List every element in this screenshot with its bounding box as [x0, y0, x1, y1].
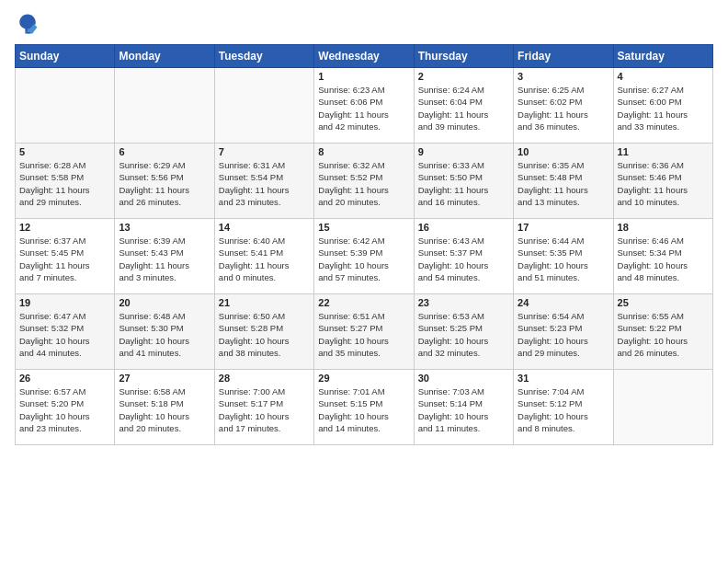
calendar-header-saturday: Saturday	[613, 45, 712, 68]
day-info: Sunrise: 6:23 AMSunset: 6:06 PMDaylight:…	[318, 84, 409, 132]
calendar-cell	[115, 68, 214, 144]
day-info: Sunrise: 6:51 AMSunset: 5:27 PMDaylight:…	[318, 310, 409, 359]
day-info: Sunrise: 6:25 AMSunset: 6:02 PMDaylight:…	[518, 84, 609, 132]
day-info: Sunrise: 6:46 AMSunset: 5:34 PMDaylight:…	[618, 235, 709, 283]
svg-rect-0	[25, 32, 29, 34]
day-info: Sunrise: 6:31 AMSunset: 5:54 PMDaylight:…	[219, 159, 310, 208]
page-container: SundayMondayTuesdayWednesdayThursdayFrid…	[0, 0, 728, 563]
calendar-cell: 20Sunrise: 6:48 AMSunset: 5:30 PMDayligh…	[115, 294, 214, 370]
calendar-header-monday: Monday	[115, 45, 214, 68]
day-info: Sunrise: 6:29 AMSunset: 5:56 PMDaylight:…	[119, 159, 210, 208]
logo	[15, 11, 44, 37]
day-info: Sunrise: 6:28 AMSunset: 5:58 PMDaylight:…	[19, 159, 110, 208]
calendar-cell: 11Sunrise: 6:36 AMSunset: 5:46 PMDayligh…	[613, 144, 712, 219]
calendar-cell: 29Sunrise: 7:01 AMSunset: 5:15 PMDayligh…	[314, 370, 414, 445]
day-number: 23	[418, 297, 509, 308]
day-info: Sunrise: 6:33 AMSunset: 5:50 PMDaylight:…	[418, 159, 509, 208]
calendar-cell: 28Sunrise: 7:00 AMSunset: 5:17 PMDayligh…	[214, 370, 313, 445]
day-number: 13	[119, 222, 210, 233]
calendar-cell: 16Sunrise: 6:43 AMSunset: 5:37 PMDayligh…	[414, 219, 513, 294]
day-info: Sunrise: 6:43 AMSunset: 5:37 PMDaylight:…	[418, 235, 509, 283]
day-number: 20	[119, 297, 210, 308]
day-info: Sunrise: 6:32 AMSunset: 5:52 PMDaylight:…	[318, 159, 409, 208]
calendar-cell: 13Sunrise: 6:39 AMSunset: 5:43 PMDayligh…	[115, 219, 214, 294]
day-info: Sunrise: 6:55 AMSunset: 5:22 PMDaylight:…	[618, 310, 709, 359]
day-info: Sunrise: 6:24 AMSunset: 6:04 PMDaylight:…	[418, 84, 509, 132]
header	[15, 11, 713, 37]
day-info: Sunrise: 6:35 AMSunset: 5:48 PMDaylight:…	[518, 159, 609, 208]
calendar-cell: 22Sunrise: 6:51 AMSunset: 5:27 PMDayligh…	[314, 294, 414, 370]
calendar-header-friday: Friday	[514, 45, 613, 68]
calendar-header-thursday: Thursday	[414, 45, 513, 68]
calendar-week-5: 26Sunrise: 6:57 AMSunset: 5:20 PMDayligh…	[16, 370, 713, 445]
calendar-cell: 4Sunrise: 6:27 AMSunset: 6:00 PMDaylight…	[613, 68, 712, 144]
day-number: 26	[19, 373, 110, 384]
calendar-cell: 18Sunrise: 6:46 AMSunset: 5:34 PMDayligh…	[613, 219, 712, 294]
calendar-week-4: 19Sunrise: 6:47 AMSunset: 5:32 PMDayligh…	[16, 294, 713, 370]
day-info: Sunrise: 6:36 AMSunset: 5:46 PMDaylight:…	[618, 159, 709, 208]
calendar-cell: 25Sunrise: 6:55 AMSunset: 5:22 PMDayligh…	[613, 294, 712, 370]
calendar-cell	[214, 68, 313, 144]
day-info: Sunrise: 6:40 AMSunset: 5:41 PMDaylight:…	[219, 235, 310, 283]
calendar-header-row: SundayMondayTuesdayWednesdayThursdayFrid…	[16, 45, 713, 68]
calendar-table: SundayMondayTuesdayWednesdayThursdayFrid…	[15, 44, 713, 445]
day-info: Sunrise: 6:27 AMSunset: 6:00 PMDaylight:…	[618, 84, 709, 132]
calendar-cell: 23Sunrise: 6:53 AMSunset: 5:25 PMDayligh…	[414, 294, 513, 370]
day-info: Sunrise: 6:37 AMSunset: 5:45 PMDaylight:…	[19, 235, 110, 283]
day-number: 29	[318, 373, 409, 384]
calendar-cell: 3Sunrise: 6:25 AMSunset: 6:02 PMDaylight…	[514, 68, 613, 144]
day-info: Sunrise: 7:03 AMSunset: 5:14 PMDaylight:…	[418, 385, 509, 434]
day-number: 30	[418, 373, 509, 384]
day-number: 5	[19, 146, 110, 157]
day-number: 7	[219, 146, 310, 157]
day-info: Sunrise: 6:48 AMSunset: 5:30 PMDaylight:…	[119, 310, 210, 359]
day-number: 10	[518, 146, 609, 157]
day-number: 8	[318, 146, 409, 157]
day-info: Sunrise: 7:04 AMSunset: 5:12 PMDaylight:…	[518, 385, 609, 434]
calendar-cell	[16, 68, 115, 144]
day-info: Sunrise: 6:47 AMSunset: 5:32 PMDaylight:…	[19, 310, 110, 359]
calendar-cell: 9Sunrise: 6:33 AMSunset: 5:50 PMDaylight…	[414, 144, 513, 219]
day-number: 1	[318, 71, 409, 82]
day-number: 12	[19, 222, 110, 233]
day-number: 9	[418, 146, 509, 157]
day-number: 4	[618, 71, 709, 82]
calendar-cell: 21Sunrise: 6:50 AMSunset: 5:28 PMDayligh…	[214, 294, 313, 370]
day-number: 19	[19, 297, 110, 308]
calendar-week-3: 12Sunrise: 6:37 AMSunset: 5:45 PMDayligh…	[16, 219, 713, 294]
day-info: Sunrise: 6:42 AMSunset: 5:39 PMDaylight:…	[318, 235, 409, 283]
calendar-cell: 5Sunrise: 6:28 AMSunset: 5:58 PMDaylight…	[16, 144, 115, 219]
calendar-cell: 12Sunrise: 6:37 AMSunset: 5:45 PMDayligh…	[16, 219, 115, 294]
day-number: 31	[518, 373, 609, 384]
day-info: Sunrise: 6:57 AMSunset: 5:20 PMDaylight:…	[19, 385, 110, 434]
calendar-cell: 10Sunrise: 6:35 AMSunset: 5:48 PMDayligh…	[514, 144, 613, 219]
day-info: Sunrise: 6:53 AMSunset: 5:25 PMDaylight:…	[418, 310, 509, 359]
calendar-cell: 31Sunrise: 7:04 AMSunset: 5:12 PMDayligh…	[514, 370, 613, 445]
calendar-week-2: 5Sunrise: 6:28 AMSunset: 5:58 PMDaylight…	[16, 144, 713, 219]
day-number: 18	[618, 222, 709, 233]
calendar-cell: 1Sunrise: 6:23 AMSunset: 6:06 PMDaylight…	[314, 68, 414, 144]
logo-icon	[15, 11, 40, 37]
calendar-cell	[613, 370, 712, 445]
calendar-cell: 2Sunrise: 6:24 AMSunset: 6:04 PMDaylight…	[414, 68, 513, 144]
calendar-cell: 17Sunrise: 6:44 AMSunset: 5:35 PMDayligh…	[514, 219, 613, 294]
day-number: 6	[119, 146, 210, 157]
day-info: Sunrise: 7:00 AMSunset: 5:17 PMDaylight:…	[219, 385, 310, 434]
calendar-cell: 27Sunrise: 6:58 AMSunset: 5:18 PMDayligh…	[115, 370, 214, 445]
day-info: Sunrise: 6:44 AMSunset: 5:35 PMDaylight:…	[518, 235, 609, 283]
calendar-cell: 7Sunrise: 6:31 AMSunset: 5:54 PMDaylight…	[214, 144, 313, 219]
calendar-cell: 26Sunrise: 6:57 AMSunset: 5:20 PMDayligh…	[16, 370, 115, 445]
calendar-cell: 6Sunrise: 6:29 AMSunset: 5:56 PMDaylight…	[115, 144, 214, 219]
calendar-cell: 14Sunrise: 6:40 AMSunset: 5:41 PMDayligh…	[214, 219, 313, 294]
calendar-cell: 24Sunrise: 6:54 AMSunset: 5:23 PMDayligh…	[514, 294, 613, 370]
day-info: Sunrise: 7:01 AMSunset: 5:15 PMDaylight:…	[318, 385, 409, 434]
day-number: 27	[119, 373, 210, 384]
day-number: 2	[418, 71, 509, 82]
day-number: 15	[318, 222, 409, 233]
day-number: 21	[219, 297, 310, 308]
day-number: 3	[518, 71, 609, 82]
day-number: 28	[219, 373, 310, 384]
calendar-cell: 30Sunrise: 7:03 AMSunset: 5:14 PMDayligh…	[414, 370, 513, 445]
day-number: 25	[618, 297, 709, 308]
calendar-header-tuesday: Tuesday	[214, 45, 313, 68]
